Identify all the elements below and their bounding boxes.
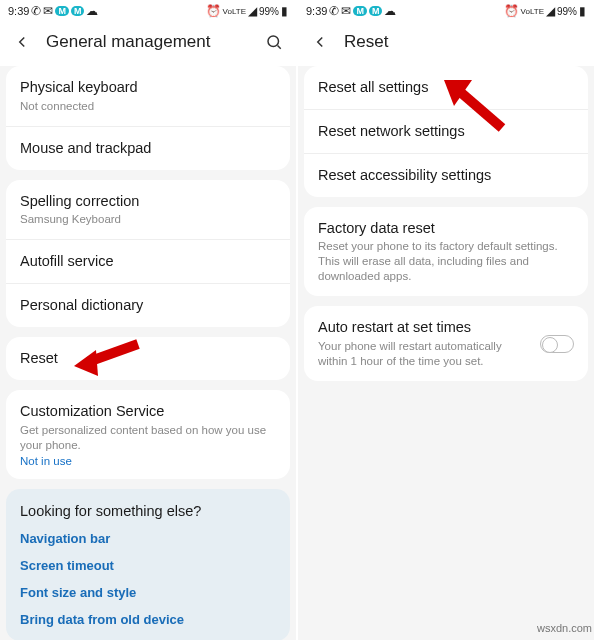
row-spelling-correction[interactable]: Spelling correction Samsung Keyboard — [6, 180, 290, 241]
row-reset-accessibility-settings[interactable]: Reset accessibility settings — [304, 154, 588, 197]
label: Mouse and trackpad — [20, 139, 276, 158]
label: Reset network settings — [318, 122, 574, 141]
group-input-devices: Physical keyboard Not connected Mouse an… — [6, 66, 290, 170]
label: Factory data reset — [318, 219, 574, 238]
signal-icon: ◢ — [248, 4, 257, 18]
group-factory-reset: Factory data reset Reset your phone to i… — [304, 207, 588, 297]
message-icon: ✉ — [341, 4, 351, 18]
label: Personal dictionary — [20, 296, 276, 315]
page-title: Reset — [344, 32, 582, 52]
screens-container: 9:39 ✆ ✉ M M ☁ ⏰ VoLTE ◢ 99% ▮ General m… — [0, 0, 600, 640]
row-mouse-trackpad[interactable]: Mouse and trackpad — [6, 127, 290, 170]
group-customization: Customization Service Get personalized c… — [6, 390, 290, 479]
message-icon: ✉ — [43, 4, 53, 18]
group-reset-options: Reset all settings Reset network setting… — [304, 66, 588, 197]
status-time: 9:39 — [306, 5, 327, 17]
group-reset: Reset — [6, 337, 290, 380]
link-navigation-bar[interactable]: Navigation bar — [20, 531, 276, 546]
battery-text: 99% — [259, 6, 279, 17]
content-right: Reset all settings Reset network setting… — [298, 66, 594, 640]
group-help: Looking for something else? Navigation b… — [6, 489, 290, 640]
row-reset[interactable]: Reset — [6, 337, 290, 380]
alarm-icon: ⏰ — [206, 4, 221, 18]
group-text-input: Spelling correction Samsung Keyboard Aut… — [6, 180, 290, 327]
volte-icon: VoLTE — [223, 7, 246, 16]
screen-general-management: 9:39 ✆ ✉ M M ☁ ⏰ VoLTE ◢ 99% ▮ General m… — [0, 0, 298, 640]
link-font-size-style[interactable]: Font size and style — [20, 585, 276, 600]
row-auto-restart[interactable]: Auto restart at set times Your phone wil… — [304, 306, 588, 381]
whatsapp-icon: ✆ — [31, 4, 41, 18]
status-pill-1: M — [55, 6, 69, 16]
status-pill-2: M — [369, 6, 383, 16]
page-title: General management — [46, 32, 250, 52]
row-physical-keyboard[interactable]: Physical keyboard Not connected — [6, 66, 290, 127]
row-reset-network-settings[interactable]: Reset network settings — [304, 110, 588, 154]
content-left: Physical keyboard Not connected Mouse an… — [0, 66, 296, 640]
row-personal-dictionary[interactable]: Personal dictionary — [6, 284, 290, 327]
signal-icon: ◢ — [546, 4, 555, 18]
status-bar: 9:39 ✆ ✉ M M ☁ ⏰ VoLTE ◢ 99% ▮ — [0, 0, 296, 22]
row-factory-data-reset[interactable]: Factory data reset Reset your phone to i… — [304, 207, 588, 297]
header-right: Reset — [298, 22, 594, 66]
whatsapp-icon: ✆ — [329, 4, 339, 18]
status-time: 9:39 — [8, 5, 29, 17]
label: Auto restart at set times — [318, 318, 532, 337]
screen-reset: 9:39 ✆ ✉ M M ☁ ⏰ VoLTE ◢ 99% ▮ Reset — [298, 0, 596, 640]
search-icon[interactable] — [264, 32, 284, 52]
battery-text: 99% — [557, 6, 577, 17]
status-bar: 9:39 ✆ ✉ M M ☁ ⏰ VoLTE ◢ 99% ▮ — [298, 0, 594, 22]
row-customization-service[interactable]: Customization Service Get personalized c… — [6, 390, 290, 479]
watermark: wsxdn.com — [537, 622, 592, 634]
status-pill-2: M — [71, 6, 85, 16]
sublabel: Your phone will restart automatically wi… — [318, 339, 532, 369]
alarm-icon: ⏰ — [504, 4, 519, 18]
header-left: General management — [0, 22, 296, 66]
back-icon[interactable] — [310, 32, 330, 52]
sublabel: Get personalized content based on how yo… — [20, 423, 276, 453]
label: Reset all settings — [318, 78, 574, 97]
label: Physical keyboard — [20, 78, 276, 97]
label: Reset accessibility settings — [318, 166, 574, 185]
back-icon[interactable] — [12, 32, 32, 52]
group-auto-restart: Auto restart at set times Your phone wil… — [304, 306, 588, 381]
sublabel: Samsung Keyboard — [20, 212, 276, 227]
label: Reset — [20, 349, 276, 368]
link-screen-timeout[interactable]: Screen timeout — [20, 558, 276, 573]
battery-icon: ▮ — [281, 4, 288, 18]
label: Autofill service — [20, 252, 276, 271]
link-bring-data[interactable]: Bring data from old device — [20, 612, 276, 627]
status-pill-1: M — [353, 6, 367, 16]
help-heading: Looking for something else? — [20, 503, 276, 519]
battery-icon: ▮ — [579, 4, 586, 18]
volte-icon: VoLTE — [521, 7, 544, 16]
label: Spelling correction — [20, 192, 276, 211]
label: Customization Service — [20, 402, 276, 421]
row-autofill-service[interactable]: Autofill service — [6, 240, 290, 284]
cloud-icon: ☁ — [384, 4, 396, 18]
status-link: Not in use — [20, 455, 276, 467]
svg-point-0 — [268, 36, 279, 47]
sublabel: Not connected — [20, 99, 276, 114]
cloud-icon: ☁ — [86, 4, 98, 18]
row-reset-all-settings[interactable]: Reset all settings — [304, 66, 588, 110]
toggle-auto-restart[interactable] — [540, 335, 574, 353]
sublabel: Reset your phone to its factory default … — [318, 239, 574, 284]
